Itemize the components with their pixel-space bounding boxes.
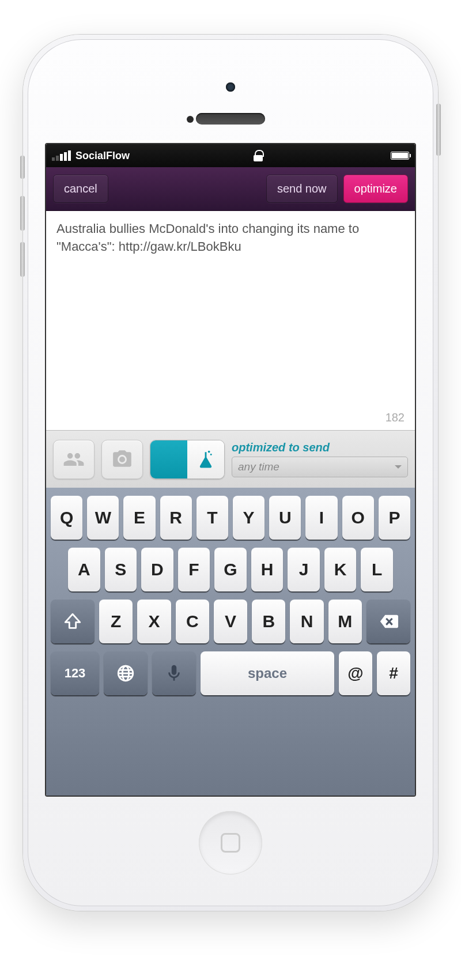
- key-o[interactable]: O: [342, 496, 374, 540]
- backspace-icon: [379, 612, 398, 631]
- optimize-toggle[interactable]: [150, 440, 225, 479]
- signal-bars-icon: [52, 150, 71, 161]
- key-d[interactable]: D: [141, 548, 173, 591]
- key-h[interactable]: H: [251, 548, 284, 591]
- space-key[interactable]: space: [201, 651, 334, 695]
- key-i[interactable]: I: [305, 496, 337, 540]
- compose-input[interactable]: Australia bullies McDonald's into changi…: [56, 220, 405, 405]
- globe-icon: [116, 664, 135, 683]
- char-count: 182: [386, 411, 405, 424]
- svg-point-1: [210, 454, 212, 455]
- key-p[interactable]: P: [379, 496, 410, 540]
- keyboard: QWERTYUIOP ASDFGHJKL ZXCVBNM 123: [46, 488, 415, 796]
- status-bar: SocialFlow: [46, 144, 415, 167]
- flask-icon: [196, 450, 216, 469]
- phone-device-frame: SocialFlow cancel send now optimize Aust…: [23, 35, 438, 911]
- key-a[interactable]: A: [68, 548, 100, 591]
- shift-icon: [63, 612, 82, 631]
- screen: SocialFlow cancel send now optimize Aust…: [45, 143, 416, 797]
- volume-up: [20, 196, 25, 231]
- cancel-button[interactable]: cancel: [53, 175, 108, 203]
- key-g[interactable]: G: [214, 548, 247, 591]
- power-button: [436, 104, 441, 156]
- numbers-key[interactable]: 123: [51, 651, 99, 695]
- key-v[interactable]: V: [214, 600, 247, 643]
- key-j[interactable]: J: [288, 548, 320, 591]
- key-n[interactable]: N: [290, 600, 323, 643]
- key-e[interactable]: E: [123, 496, 155, 540]
- optimize-info: optimized to send any time: [232, 441, 408, 477]
- people-icon: [63, 448, 85, 470]
- time-dropdown[interactable]: any time: [232, 457, 408, 477]
- mic-key[interactable]: [152, 651, 196, 695]
- key-l[interactable]: L: [361, 548, 393, 591]
- hash-key[interactable]: #: [377, 651, 410, 695]
- optimize-button[interactable]: optimize: [343, 175, 408, 203]
- send-now-button[interactable]: send now: [266, 175, 338, 203]
- optimize-label: optimized to send: [232, 441, 408, 454]
- backspace-key[interactable]: [366, 600, 410, 643]
- battery-icon: [391, 152, 409, 160]
- key-x[interactable]: X: [137, 600, 171, 643]
- key-r[interactable]: R: [160, 496, 192, 540]
- audience-button[interactable]: [53, 440, 95, 479]
- front-camera: [226, 82, 235, 92]
- key-w[interactable]: W: [87, 496, 119, 540]
- key-f[interactable]: F: [178, 548, 210, 591]
- at-key[interactable]: @: [339, 651, 372, 695]
- lock-icon: [254, 150, 263, 161]
- globe-key[interactable]: [104, 651, 148, 695]
- carrier-label: SocialFlow: [75, 150, 130, 162]
- nav-bar: cancel send now optimize: [46, 167, 415, 211]
- key-z[interactable]: Z: [99, 600, 133, 643]
- keyboard-row-1: QWERTYUIOP: [51, 496, 410, 540]
- camera-button[interactable]: [101, 440, 143, 479]
- keyboard-row-3: ZXCVBNM: [51, 600, 410, 643]
- proximity-sensor: [187, 116, 194, 123]
- compose-toolbar: optimized to send any time: [46, 430, 415, 488]
- key-q[interactable]: Q: [51, 496, 82, 540]
- key-k[interactable]: K: [324, 548, 357, 591]
- camera-icon: [111, 448, 133, 470]
- key-y[interactable]: Y: [233, 496, 264, 540]
- key-c[interactable]: C: [176, 600, 209, 643]
- key-t[interactable]: T: [197, 496, 228, 540]
- home-button[interactable]: [199, 811, 262, 875]
- compose-area: Australia bullies McDonald's into changi…: [46, 211, 415, 430]
- keyboard-row-2: ASDFGHJKL: [51, 548, 410, 591]
- key-m[interactable]: M: [328, 600, 362, 643]
- key-b[interactable]: B: [252, 600, 285, 643]
- volume-down: [20, 242, 25, 277]
- shift-key[interactable]: [51, 600, 95, 643]
- mute-switch: [20, 156, 25, 179]
- key-u[interactable]: U: [269, 496, 301, 540]
- earpiece-speaker: [196, 113, 265, 125]
- microphone-icon: [164, 664, 184, 683]
- svg-point-0: [208, 450, 210, 453]
- keyboard-row-4: 123 space @ #: [51, 651, 410, 695]
- key-s[interactable]: S: [105, 548, 137, 591]
